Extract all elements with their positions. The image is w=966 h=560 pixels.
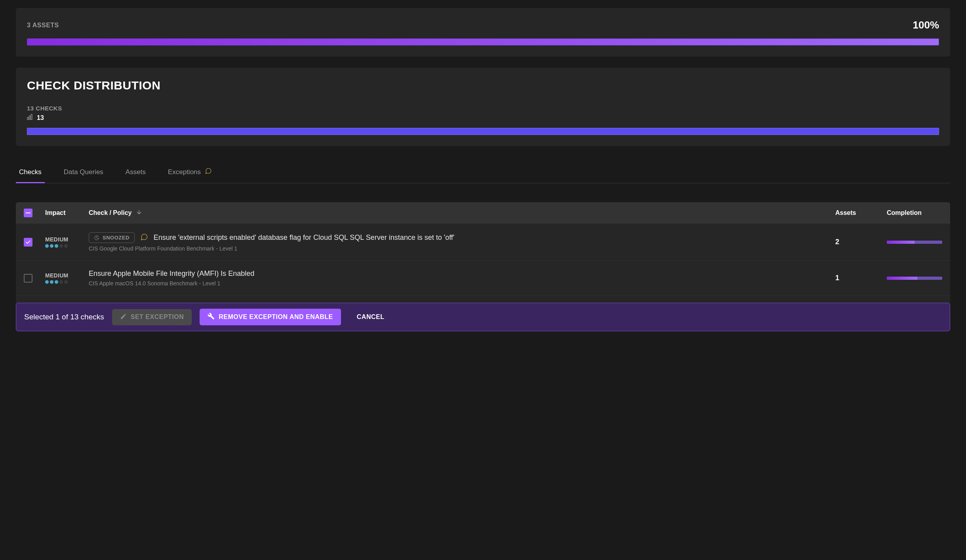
distribution-progress-bar [27, 128, 939, 135]
assets-label: 3 ASSETS [27, 22, 59, 29]
set-exception-label: SET EXCEPTION [131, 313, 184, 321]
tabs: Checks Data Queries Assets Exceptions [16, 162, 950, 183]
distribution-card: CHECK DISTRIBUTION 13 CHECKS 13 [16, 68, 950, 146]
remove-exception-button[interactable]: REMOVE EXCEPTION AND ENABLE [200, 309, 341, 325]
impact-label: MEDIUM [45, 236, 81, 243]
tab-assets[interactable]: Assets [122, 162, 149, 183]
policy-cell: Ensure Apple Mobile File Integrity (AMFI… [89, 270, 827, 287]
tab-exceptions-label: Exceptions [168, 168, 201, 176]
impact-dots [45, 244, 81, 248]
table-header: Impact Check / Policy Assets Completion [16, 202, 950, 224]
completion-bar [887, 277, 942, 280]
sort-arrow-down-icon [136, 209, 142, 217]
pencil-icon [120, 313, 127, 321]
svg-rect-1 [29, 116, 30, 120]
completion-cell [887, 277, 942, 280]
distribution-progress-fill [27, 128, 939, 135]
policy-cell: SNOOZEDEnsure 'external scripts enabled'… [89, 232, 827, 252]
assets-card: 3 ASSETS 100% [16, 8, 950, 57]
assets-progress-fill [27, 39, 939, 45]
table-row[interactable]: MEDIUMEnsure Apple Mobile File Integrity… [16, 261, 950, 296]
checks-count: 13 [37, 114, 44, 121]
header-check-policy[interactable]: Check / Policy [89, 209, 827, 217]
bar-chart-icon [27, 114, 33, 121]
svg-rect-2 [31, 114, 32, 120]
assets-progress-bar [27, 38, 939, 46]
row-checkbox[interactable] [24, 274, 32, 283]
tab-exceptions[interactable]: Exceptions [165, 162, 215, 183]
set-exception-button: SET EXCEPTION [112, 309, 192, 325]
select-all-checkbox[interactable] [24, 209, 32, 217]
check-title: Ensure 'external scripts enabled' databa… [154, 233, 455, 242]
header-impact[interactable]: Impact [45, 209, 81, 216]
remove-exception-label: REMOVE EXCEPTION AND ENABLE [219, 313, 333, 321]
assets-percent: 100% [913, 19, 939, 31]
completion-cell [887, 241, 942, 244]
assets-count: 2 [835, 238, 879, 246]
chat-bubble-icon [205, 167, 212, 177]
selection-action-bar: Selected 1 of 13 checks SET EXCEPTION RE… [16, 303, 950, 331]
checks-label: 13 CHECKS [27, 105, 939, 112]
assets-count: 1 [835, 274, 879, 282]
header-check-policy-label: Check / Policy [89, 209, 132, 216]
policy-subtitle: CIS Apple macOS 14.0 Sonoma Benchmark - … [89, 280, 827, 287]
impact-label: MEDIUM [45, 272, 81, 279]
table-row[interactable]: MEDIUMSNOOZEDEnsure 'external scripts en… [16, 224, 950, 261]
check-title: Ensure Apple Mobile File Integrity (AMFI… [89, 270, 254, 278]
chat-bubble-icon[interactable] [140, 233, 148, 243]
impact-dots [45, 280, 81, 284]
tools-icon [208, 313, 215, 321]
impact-cell: MEDIUM [45, 272, 81, 284]
distribution-title: CHECK DISTRIBUTION [27, 79, 939, 92]
policy-subtitle: CIS Google Cloud Platform Foundation Ben… [89, 245, 827, 252]
cancel-button[interactable]: CANCEL [349, 309, 392, 325]
moon-snooze-icon [94, 235, 99, 241]
tab-data-queries[interactable]: Data Queries [61, 162, 107, 183]
row-checkbox[interactable] [24, 238, 32, 247]
snoozed-badge: SNOOZED [89, 232, 135, 243]
selection-count-text: Selected 1 of 13 checks [24, 313, 104, 321]
impact-cell: MEDIUM [45, 236, 81, 248]
cancel-label: CANCEL [357, 313, 385, 321]
tab-checks[interactable]: Checks [16, 162, 45, 183]
header-assets[interactable]: Assets [835, 209, 879, 216]
header-completion[interactable]: Completion [887, 209, 942, 216]
completion-bar [887, 241, 942, 244]
svg-rect-0 [27, 117, 29, 120]
